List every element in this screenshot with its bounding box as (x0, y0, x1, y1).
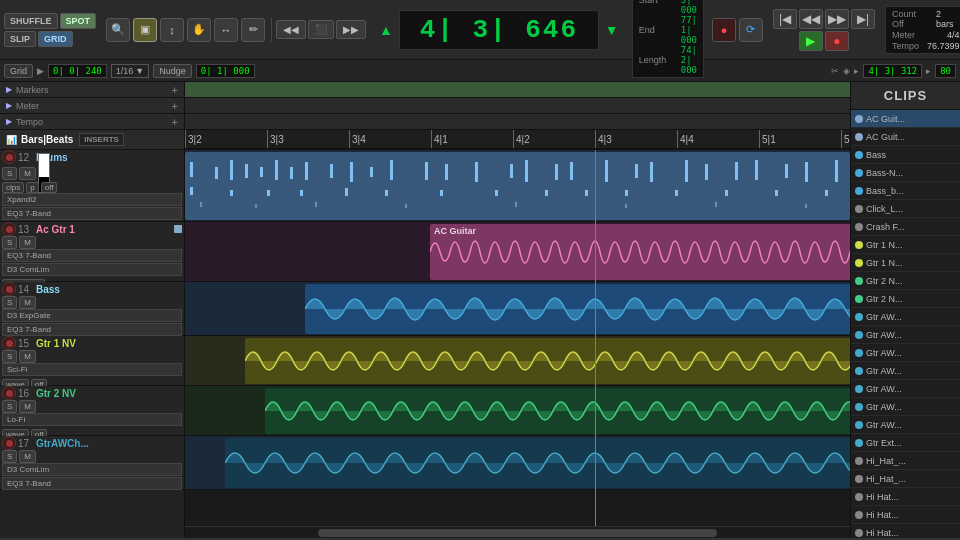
guitar-rec-btn[interactable] (2, 222, 16, 236)
grid-toggle-btn[interactable]: Grid (4, 64, 33, 78)
drums-clips-btn[interactable]: clps (2, 182, 24, 193)
gtr2nv-rec-btn[interactable] (2, 386, 16, 400)
clip-item-0[interactable]: AC Guit... (851, 110, 960, 128)
gtraw-rec-btn[interactable] (2, 436, 16, 450)
gtr1nv-solo-btn[interactable]: S (2, 350, 17, 363)
gtraw-insert1[interactable]: D3 ComLim (2, 463, 182, 476)
clip-item-12[interactable]: Gtr AW... (851, 326, 960, 344)
bass-solo-btn[interactable]: S (2, 296, 17, 309)
gtr2nv-clip[interactable] (265, 388, 850, 434)
zoom-tool-btn[interactable]: 🔍 (106, 18, 130, 42)
add-marker-btn[interactable]: + (172, 84, 178, 96)
bass-lane[interactable] (185, 282, 850, 336)
drums-rec-btn[interactable] (2, 150, 16, 164)
clip-item-11[interactable]: Gtr AW... (851, 308, 960, 326)
clip-item-9[interactable]: Gtr 2 N... (851, 272, 960, 290)
add-meter-btn[interactable]: + (172, 100, 178, 112)
grabber-tool-btn[interactable]: ✋ (187, 18, 211, 42)
gtraw-solo-btn[interactable]: S (2, 450, 17, 463)
counter-up-arrow[interactable]: ▲ (376, 22, 396, 38)
grid-btn[interactable]: GRID (38, 31, 73, 47)
guitar-lane[interactable]: AC Guitar (185, 222, 850, 282)
bass-rec-btn[interactable] (2, 282, 16, 296)
clip-item-14[interactable]: Gtr AW... (851, 362, 960, 380)
rtz-btn[interactable]: |◀ (773, 9, 797, 29)
clip-item-18[interactable]: Gtr Ext... (851, 434, 960, 452)
nav-end-btn[interactable]: ▶▶ (336, 20, 366, 39)
guitar-mute-btn[interactable]: M (19, 236, 36, 249)
gtraw-insert2[interactable]: EQ3 7-Band (2, 477, 182, 490)
gtr2nv-solo-btn[interactable]: S (2, 400, 17, 413)
guitar-insert2[interactable]: D3 ComLim (2, 263, 182, 276)
add-tempo-btn[interactable]: + (172, 116, 178, 128)
clip-item-22[interactable]: Hi Hat... (851, 506, 960, 524)
loop-btn[interactable]: ⟳ (739, 18, 763, 42)
spot-btn[interactable]: SPOT (60, 13, 97, 29)
nudge-btn[interactable]: Nudge (153, 64, 192, 78)
record-btn[interactable]: ● (825, 31, 849, 51)
gtraw-mute-btn[interactable]: M (19, 450, 36, 463)
clip-item-15[interactable]: Gtr AW... (851, 380, 960, 398)
clip-item-5[interactable]: Click_L... (851, 200, 960, 218)
gtr1nv-lane[interactable] (185, 336, 850, 386)
drums-insert1[interactable]: Xpandl2 (2, 193, 182, 206)
counter-down-arrow[interactable]: ▼ (602, 22, 622, 38)
rewind-btn[interactable]: ◀◀ (799, 9, 823, 29)
bass-clip[interactable] (305, 284, 850, 334)
clip-item-4[interactable]: Bass_b... (851, 182, 960, 200)
guitar-insert1[interactable]: EQ3 7-Band (2, 249, 182, 262)
clip-item-17[interactable]: Gtr AW... (851, 416, 960, 434)
gtraw-clip[interactable] (225, 438, 850, 488)
clip-item-6[interactable]: Crash F... (851, 218, 960, 236)
drums-mute-btn[interactable]: M (19, 167, 36, 180)
trim-tool-btn[interactable]: ▣ (133, 18, 157, 42)
slip-btn[interactable]: SLIP (4, 31, 36, 47)
svg-rect-50 (515, 202, 517, 207)
shuffle-btn[interactable]: SHUFFLE (4, 13, 58, 29)
bass-insert2[interactable]: EQ3 7-Band (2, 323, 182, 336)
clip-item-20[interactable]: Hi_Hat_... (851, 470, 960, 488)
grid-dropdown[interactable]: 1/16▼ (111, 64, 149, 78)
bass-insert1[interactable]: D3 ExpGate (2, 309, 182, 322)
rec-enable-btn[interactable]: ● (712, 18, 736, 42)
clip-item-3[interactable]: Bass-N... (851, 164, 960, 182)
nav-back-btn[interactable]: ◀◀ (276, 20, 306, 39)
clip-item-16[interactable]: Gtr AW... (851, 398, 960, 416)
drums-p-btn[interactable]: p (26, 182, 38, 193)
drums-insert2[interactable]: EQ3 7-Band (2, 207, 182, 220)
clip-item-21[interactable]: Hi Hat... (851, 488, 960, 506)
pencil-tool-btn[interactable]: ✏ (241, 18, 265, 42)
clip-item-13[interactable]: Gtr AW... (851, 344, 960, 362)
guitar-solo-btn[interactable]: S (2, 236, 17, 249)
gtraw-lane[interactable] (185, 436, 850, 490)
bass-mute-btn[interactable]: M (19, 296, 36, 309)
ff-btn[interactable]: ▶▶ (825, 9, 849, 29)
clip-item-7[interactable]: Gtr 1 N... (851, 236, 960, 254)
clip-item-8[interactable]: Gtr 1 N... (851, 254, 960, 272)
guitar-num: 13 (18, 224, 34, 235)
h-scrollbar-thumb[interactable] (318, 529, 717, 537)
scrubber-tool-btn[interactable]: ↔ (214, 18, 238, 42)
gtr1nv-clip[interactable] (245, 338, 850, 384)
nav-fwd-btn[interactable]: ⬛ (308, 20, 334, 39)
drums-solo-btn[interactable]: S (2, 167, 17, 180)
clip-item-1[interactable]: AC Guit... (851, 128, 960, 146)
goto-end-btn[interactable]: ▶| (851, 9, 875, 29)
gtr2nv-lane[interactable] (185, 386, 850, 436)
play-btn[interactable]: ▶ (799, 31, 823, 51)
clip-item-19[interactable]: Hi_Hat_... (851, 452, 960, 470)
clip-item-2[interactable]: Bass (851, 146, 960, 164)
clip-item-10[interactable]: Gtr 2 N... (851, 290, 960, 308)
gtr1nv-insert1[interactable]: Sci-Fi (2, 363, 182, 376)
gtr2nv-insert1[interactable]: Lo-Fi (2, 413, 182, 426)
drums-lane[interactable] (185, 150, 850, 222)
guitar-clip[interactable]: AC Guitar (430, 224, 850, 280)
clip-item-23[interactable]: Hi Hat... (851, 524, 960, 538)
timeline-h-scrollbar[interactable] (185, 526, 850, 538)
drums-clip[interactable] (185, 152, 850, 220)
gtr1nv-rec-btn[interactable] (2, 336, 16, 350)
gtr2nv-mute-btn[interactable]: M (19, 400, 36, 413)
selector-tool-btn[interactable]: ↕ (160, 18, 184, 42)
drums-off-btn[interactable]: off (41, 182, 58, 193)
gtr1nv-mute-btn[interactable]: M (19, 350, 36, 363)
